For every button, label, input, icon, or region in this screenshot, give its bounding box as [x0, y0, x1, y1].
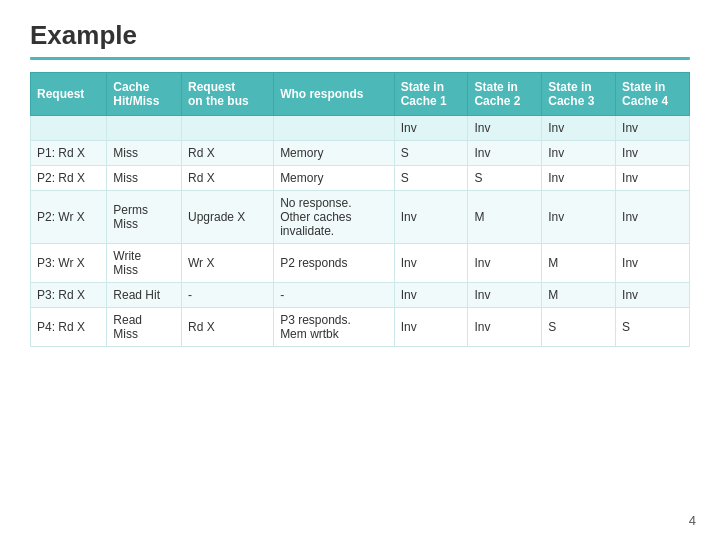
table-cell-who_responds: P2 responds — [274, 244, 395, 283]
table-cell-cache4: Inv — [616, 244, 690, 283]
table-cell-cache4: Inv — [616, 141, 690, 166]
table-header-cache2: State in Cache 2 — [468, 73, 542, 116]
table-cell-cache3: Inv — [542, 116, 616, 141]
table-cell-cache3: M — [542, 244, 616, 283]
table-cell-cache2: Inv — [468, 116, 542, 141]
table-header-request: Request — [31, 73, 107, 116]
table-cell-cache_hit_miss: Miss — [107, 166, 182, 191]
table-row: P1: Rd XMissRd XMemorySInvInvInv — [31, 141, 690, 166]
table-cell-request_bus: Wr X — [181, 244, 273, 283]
table-cell-cache4: Inv — [616, 116, 690, 141]
table-header-cache4: State in Cache 4 — [616, 73, 690, 116]
table-cell-cache2: S — [468, 166, 542, 191]
table-cell-request_bus: Rd X — [181, 166, 273, 191]
table-cell-request — [31, 116, 107, 141]
table-cell-request: P2: Wr X — [31, 191, 107, 244]
table-cell-request_bus: Upgrade X — [181, 191, 273, 244]
table-cell-cache3: Inv — [542, 141, 616, 166]
table-cell-request: P4: Rd X — [31, 308, 107, 347]
table-cell-request: P2: Rd X — [31, 166, 107, 191]
page-title: Example — [30, 20, 690, 51]
table-cell-who_responds: Memory — [274, 141, 395, 166]
table-row: P4: Rd XRead MissRd XP3 responds. Mem wr… — [31, 308, 690, 347]
table-cell-cache3: Inv — [542, 191, 616, 244]
table-cell-cache1: Inv — [394, 116, 468, 141]
table-cell-cache_hit_miss — [107, 116, 182, 141]
table-cell-request_bus: - — [181, 283, 273, 308]
table-cell-who_responds: No response. Other caches invalidate. — [274, 191, 395, 244]
table-cell-cache_hit_miss: Miss — [107, 141, 182, 166]
table-cell-cache1: Inv — [394, 308, 468, 347]
table-cell-cache2: Inv — [468, 308, 542, 347]
table-cell-cache2: Inv — [468, 244, 542, 283]
table-cell-request_bus: Rd X — [181, 308, 273, 347]
table-cell-cache2: Inv — [468, 141, 542, 166]
table-cell-cache4: S — [616, 308, 690, 347]
table-cell-cache1: Inv — [394, 244, 468, 283]
table-row: P3: Wr XWrite MissWr XP2 respondsInvInvM… — [31, 244, 690, 283]
table-cell-who_responds — [274, 116, 395, 141]
table-cell-cache4: Inv — [616, 166, 690, 191]
table-header-cache3: State in Cache 3 — [542, 73, 616, 116]
title-underline — [30, 57, 690, 60]
table-header-request_bus: Request on the bus — [181, 73, 273, 116]
table-cell-cache3: Inv — [542, 166, 616, 191]
table-cell-cache1: Inv — [394, 283, 468, 308]
table-cell-request_bus: Rd X — [181, 141, 273, 166]
table-cell-request: P3: Wr X — [31, 244, 107, 283]
table-cell-cache4: Inv — [616, 283, 690, 308]
table-cell-cache_hit_miss: Perms Miss — [107, 191, 182, 244]
table-cell-cache_hit_miss: Write Miss — [107, 244, 182, 283]
table-cell-cache_hit_miss: Read Miss — [107, 308, 182, 347]
table-header-who_responds: Who responds — [274, 73, 395, 116]
page-number: 4 — [689, 513, 696, 528]
table-header-cache_hit_miss: Cache Hit/Miss — [107, 73, 182, 116]
table-header-row: RequestCache Hit/MissRequest on the busW… — [31, 73, 690, 116]
table-cell-cache1: S — [394, 141, 468, 166]
main-table: RequestCache Hit/MissRequest on the busW… — [30, 72, 690, 347]
table-row: P2: Rd XMissRd XMemorySSInvInv — [31, 166, 690, 191]
table-row: P3: Rd XRead Hit--InvInvMInv — [31, 283, 690, 308]
table-cell-cache2: Inv — [468, 283, 542, 308]
table-cell-who_responds: P3 responds. Mem wrtbk — [274, 308, 395, 347]
table-cell-cache3: S — [542, 308, 616, 347]
table-cell-request: P3: Rd X — [31, 283, 107, 308]
table-cell-cache_hit_miss: Read Hit — [107, 283, 182, 308]
table-row: InvInvInvInv — [31, 116, 690, 141]
table-cell-who_responds: - — [274, 283, 395, 308]
table-cell-cache2: M — [468, 191, 542, 244]
table-cell-cache3: M — [542, 283, 616, 308]
table-cell-cache1: Inv — [394, 191, 468, 244]
page: Example RequestCache Hit/MissRequest on … — [0, 0, 720, 540]
table-header-cache1: State in Cache 1 — [394, 73, 468, 116]
table-cell-request_bus — [181, 116, 273, 141]
table-cell-cache1: S — [394, 166, 468, 191]
table-cell-request: P1: Rd X — [31, 141, 107, 166]
table-cell-cache4: Inv — [616, 191, 690, 244]
table-cell-who_responds: Memory — [274, 166, 395, 191]
table-row: P2: Wr XPerms MissUpgrade XNo response. … — [31, 191, 690, 244]
